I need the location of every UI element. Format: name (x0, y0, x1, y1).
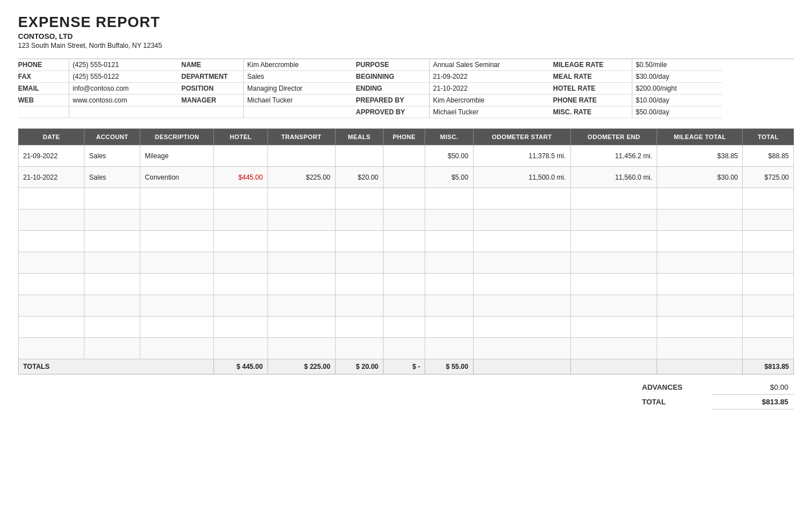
summary-table: ADVANCES $0.00 TOTAL $813.85 (636, 380, 794, 409)
advances-label: ADVANCES (636, 380, 712, 395)
col-misc: MISC. (425, 129, 473, 145)
purpose-value: Annual Sales Seminar (429, 59, 553, 71)
totals-hotel: $ 445.00 (214, 359, 267, 375)
col-mileage-total: MILEAGE TOTAL (657, 129, 743, 145)
prepby-value: Kim Abercrombie (429, 95, 553, 106)
appby-value: Michael Tucker (429, 106, 553, 118)
dept-label: DEPARTMENT (181, 71, 243, 83)
advances-row: ADVANCES $0.00 (636, 380, 794, 395)
empty-val-2 (243, 106, 356, 118)
col-phone: PHONE (383, 129, 425, 145)
empty-row (19, 188, 794, 210)
totals-odo-start (473, 359, 570, 375)
fax-value: (425) 555-0122 (69, 71, 181, 83)
manager-label: MANAGER (181, 95, 243, 106)
ending-label: ENDING (356, 83, 429, 95)
position-label: POSITION (181, 83, 243, 95)
totals-label: TOTALS (19, 359, 214, 375)
name-label: NAME (181, 59, 243, 71)
total-value: $813.85 (712, 395, 794, 409)
col-description: DESCRIPTION (140, 129, 214, 145)
total-label: TOTAL (636, 395, 712, 409)
empty-row (19, 231, 794, 252)
phone-label: PHONE (18, 59, 69, 71)
meal-rate-value: $30.00/day (632, 71, 722, 83)
table-row: 21-09-2022SalesMileage$50.0011,378.5 mi.… (19, 145, 794, 167)
phone-value: (425) 555-0121 (69, 59, 181, 71)
mileage-rate-label: MILEAGE RATE (553, 59, 632, 71)
web-value: www.contoso.com (69, 95, 181, 106)
purpose-label: PURPOSE (356, 59, 429, 71)
name-value: Kim Abercrombie (243, 59, 356, 71)
expense-table: DATE ACCOUNT DESCRIPTION HOTEL TRANSPORT… (18, 128, 794, 375)
empty-row (19, 274, 794, 295)
table-row: 21-10-2022SalesConvention$445.00$225.00$… (19, 167, 794, 188)
empty-row (19, 210, 794, 231)
hotel-rate-label: HOTEL RATE (553, 83, 632, 95)
email-label: EMAIL (18, 83, 69, 95)
col-odo-end: ODOMETER END (570, 129, 657, 145)
totals-total: $813.85 (743, 359, 794, 375)
empty-row (19, 252, 794, 274)
phone-rate-label: PHONE RATE (553, 95, 632, 106)
phone-rate-value: $10.00/day (632, 95, 722, 106)
col-transport: TRANSPORT (267, 129, 335, 145)
col-account: ACCOUNT (84, 129, 140, 145)
summary-section: ADVANCES $0.00 TOTAL $813.85 (18, 380, 794, 409)
totals-transport: $ 225.00 (267, 359, 335, 375)
position-value: Managing Director (243, 83, 356, 95)
totals-misc: $ 55.00 (425, 359, 473, 375)
meal-rate-label: MEAL RATE (553, 71, 632, 83)
info-section: PHONE (425) 555-0121 NAME Kim Abercrombi… (18, 59, 794, 118)
col-odo-start: ODOMETER START (473, 129, 570, 145)
col-meals: MEALS (335, 129, 383, 145)
company-address: 123 South Main Street, North Buffalo, NY… (18, 42, 794, 50)
empty-row (19, 338, 794, 359)
company-name: CONTOSO, LTD (18, 32, 794, 41)
totals-odo-end (570, 359, 657, 375)
col-hotel: HOTEL (214, 129, 267, 145)
beginning-value: 21-09-2022 (429, 71, 553, 83)
advances-value: $0.00 (712, 380, 794, 395)
empty-row (19, 295, 794, 317)
report-title: EXPENSE REPORT (18, 14, 794, 31)
manager-value: Michael Tucker (243, 95, 356, 106)
web-label: WEB (18, 95, 69, 106)
totals-row: TOTALS $ 445.00 $ 225.00 $ 20.00 $ - $ 5… (19, 359, 794, 375)
misc-rate-value: $50.00/day (632, 106, 722, 118)
fax-label: FAX (18, 71, 69, 83)
empty-row (19, 317, 794, 338)
totals-meals: $ 20.00 (335, 359, 383, 375)
ending-value: 21-10-2022 (429, 83, 553, 95)
prepby-label: PREPARED BY (356, 95, 429, 106)
hotel-rate-value: $200.00/night (632, 83, 722, 95)
col-total: TOTAL (743, 129, 794, 145)
empty-label-2 (181, 106, 243, 118)
misc-rate-label: MISC. RATE (553, 106, 632, 118)
dept-value: Sales (243, 71, 356, 83)
mileage-rate-value: $0.50/mile (632, 59, 722, 71)
beginning-label: BEGINNING (356, 71, 429, 83)
email-value: info@contoso.com (69, 83, 181, 95)
empty-label-1 (18, 106, 69, 118)
totals-phone: $ - (383, 359, 425, 375)
appby-label: APPROVED BY (356, 106, 429, 118)
empty-val-1 (69, 106, 181, 118)
totals-mileage (657, 359, 743, 375)
total-row: TOTAL $813.85 (636, 395, 794, 409)
col-date: DATE (19, 129, 84, 145)
